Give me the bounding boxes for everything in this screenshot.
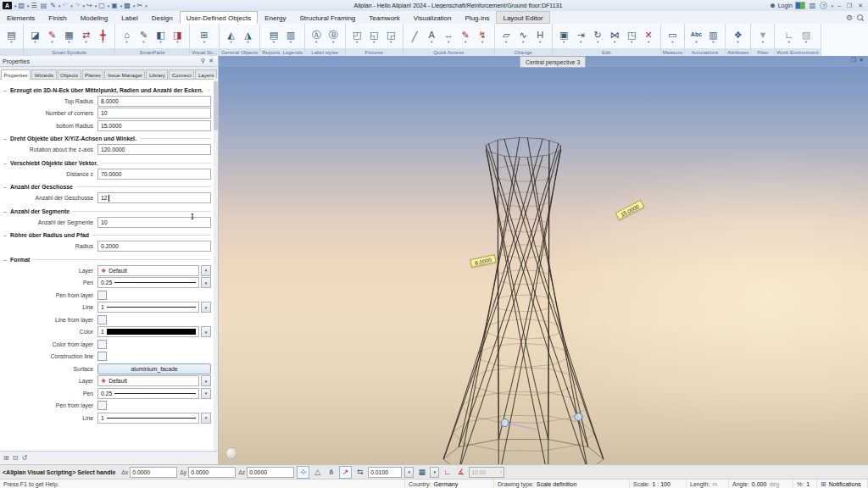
field-input-rotation-about-the-z-axis[interactable]: 120.0000: [97, 144, 211, 155]
polygon-snap-icon[interactable]: △: [312, 467, 323, 478]
viewport-3d[interactable]: Central perspective 3 ❐ ✕ 8.000015.0000: [219, 56, 868, 464]
symbol-axis-icon[interactable]: ╋▾: [95, 30, 111, 44]
symbol-replace-icon[interactable]: ⇄▾: [78, 30, 94, 44]
section-header-r-hre-ber-radius-und-pfad[interactable]: –Röhre über Radius und Pfad: [3, 231, 211, 240]
change-note-icon[interactable]: ▱▾: [498, 30, 515, 44]
line-tool-icon[interactable]: ╱: [407, 31, 423, 42]
step-input[interactable]: 0.0100: [368, 467, 402, 478]
qa-list-icon[interactable]: ☰: [30, 3, 39, 9]
annotation-doc-icon[interactable]: ▥▾: [705, 30, 721, 44]
workspace-grid-icon[interactable]: ▨▾: [798, 30, 814, 44]
menu-tab-modeling[interactable]: Modeling: [74, 11, 114, 24]
flag-icon[interactable]: [795, 2, 805, 9]
change-curve-icon[interactable]: ∿▾: [515, 30, 531, 44]
coord-input-y[interactable]: 0.0000: [188, 467, 236, 478]
restore-button[interactable]: ❐: [845, 3, 854, 9]
symbol-catalog-icon[interactable]: ▦▾: [61, 30, 77, 44]
smartpart-open-icon[interactable]: ⌂▾: [119, 30, 135, 44]
section-header-format[interactable]: –Format: [3, 255, 211, 263]
collapse-icon[interactable]: –: [3, 208, 10, 214]
change-beam-icon[interactable]: H▾: [532, 30, 548, 44]
dropdown-button-line[interactable]: ▾: [201, 413, 211, 424]
coord-input-z[interactable]: 0.0000: [247, 467, 294, 478]
tripod-snap-icon[interactable]: ⋔: [326, 467, 337, 478]
dropdown-button-color[interactable]: ▾: [201, 326, 211, 337]
smart-symbol-icon[interactable]: ◪▾: [27, 30, 43, 44]
nav-sphere-icon[interactable]: [225, 447, 237, 459]
menu-tab-energy[interactable]: Energy: [258, 11, 292, 24]
menu-tab-visualization[interactable]: Visualization: [407, 11, 459, 24]
menu-tab-layout-editor[interactable]: Layout Editor: [496, 11, 549, 24]
panel-apply-icon[interactable]: ⊞: [3, 454, 9, 462]
workspace-axes-icon[interactable]: ∟▾: [781, 30, 797, 44]
prop-tab-wizards[interactable]: Wizards: [31, 69, 56, 79]
text-tool-icon[interactable]: A▾: [424, 30, 440, 44]
legends-icon[interactable]: ▥▾: [282, 30, 298, 44]
edit-rotate-icon[interactable]: ↻▾: [590, 30, 606, 44]
prop-tab-objects[interactable]: Objects: [58, 69, 81, 79]
section-header-anzahl-der-segmente[interactable]: –Anzahl der Segmente: [3, 207, 211, 215]
collapse-icon[interactable]: –: [3, 160, 10, 166]
close-button[interactable]: ✕: [856, 3, 865, 9]
viewport-restore-icon[interactable]: ❐: [851, 57, 856, 64]
symbol-pencil-icon[interactable]: ✎▾: [44, 30, 60, 44]
field-dropdown-pen[interactable]: 0.25: [97, 277, 199, 288]
field-input-distance-z[interactable]: 70.0000: [97, 169, 211, 180]
point-snap-icon[interactable]: ↗: [339, 466, 352, 479]
dropdown-button-layer[interactable]: ▾: [201, 265, 211, 276]
edit-scale-icon[interactable]: ◳▾: [624, 30, 640, 44]
coord-input-x[interactable]: 0.0000: [130, 467, 177, 478]
qa-window-icon[interactable]: ▢: [97, 3, 107, 9]
menu-tab-user-defined-objects[interactable]: User-Defined Objects: [180, 11, 258, 24]
checkbox-construction-line[interactable]: [97, 352, 107, 361]
menu-tab-teamwork[interactable]: Teamwork: [362, 11, 406, 24]
shop-cart-icon[interactable]: ▥: [808, 3, 818, 9]
collapse-icon[interactable]: –: [3, 257, 10, 263]
prop-tab-issue-manager[interactable]: Issue Manager: [104, 69, 145, 79]
section-header-dreht-objekte-ber-x-y-z-achsen[interactable]: –Dreht Objekte über X/Y/Z-Achsen und Win…: [3, 135, 211, 143]
attributes-icon[interactable]: ❖▾: [730, 30, 746, 44]
section-header-erzeugt-ein-3d-n-eck-ber-mitte[interactable]: –Erzeugt ein 3D-N-Eck über Mittelpunkt, …: [3, 86, 211, 94]
status-notifications[interactable]: ⊞Notifications: [817, 480, 868, 488]
collapse-icon[interactable]: –: [3, 232, 10, 238]
viewport-tab[interactable]: Central perspective 3: [520, 56, 586, 68]
general-object-2-icon[interactable]: ◮▾: [240, 30, 256, 44]
handle-mode-icon[interactable]: ⊹: [297, 466, 309, 479]
fixture-1-icon[interactable]: ◰▾: [349, 30, 365, 44]
field-dropdown-line[interactable]: 1: [97, 302, 199, 313]
checkbox-color-from-layer[interactable]: [97, 340, 107, 349]
grid-snap-icon[interactable]: ▦: [416, 467, 427, 478]
surface-button[interactable]: aluminium_facade: [97, 363, 211, 374]
qa-tools-icon[interactable]: ✂: [135, 3, 144, 9]
perpendicular-snap-icon[interactable]: ∡: [455, 467, 466, 478]
edit-mirror-icon[interactable]: ⋈▾: [607, 30, 623, 44]
dropdown-button-line[interactable]: ▾: [201, 302, 211, 313]
dropdown-button-pen[interactable]: ▾: [201, 277, 211, 288]
menu-tab-plug-ins[interactable]: Plug-ins: [459, 11, 497, 24]
help-icon[interactable]: ?: [820, 2, 827, 9]
qa-share-icon[interactable]: ↪: [85, 3, 94, 9]
angle-snap-icon[interactable]: ∟: [442, 467, 453, 478]
prop-tab-properties[interactable]: Properties: [1, 69, 31, 80]
annotation-text-icon[interactable]: Abc▾: [688, 30, 704, 44]
prop-tab-connect[interactable]: Connect: [169, 69, 194, 79]
login-button[interactable]: ☻ Login: [769, 2, 793, 9]
prop-tab-library[interactable]: Library: [146, 69, 168, 79]
label-style-1-icon[interactable]: Ⓐ▾: [309, 30, 325, 44]
section-header-anzahl-der-geschosse[interactable]: –Anzahl der Geschosse: [3, 183, 211, 191]
qa-project-icon[interactable]: ▧: [17, 3, 27, 9]
smartpart-edit-icon[interactable]: ✎▾: [136, 30, 152, 44]
checkbox-pen-from-layer[interactable]: [97, 401, 107, 410]
dropdown-button-layer[interactable]: ▾: [201, 375, 211, 386]
menu-tab-elements[interactable]: Elements: [0, 11, 42, 24]
collapse-icon[interactable]: –: [3, 87, 10, 93]
collapse-icon[interactable]: –: [3, 136, 10, 141]
field-dropdown-layer[interactable]: ❖Default: [97, 265, 199, 276]
field-dropdown-layer[interactable]: ❖Default: [97, 375, 199, 386]
general-object-1-icon[interactable]: ◭▾: [223, 30, 239, 44]
label-style-2-icon[interactable]: Ⓑ▾: [326, 30, 342, 44]
visual-scripting-icon[interactable]: ⊞▾: [196, 30, 212, 44]
spacing-icon[interactable]: ⇆: [354, 467, 365, 478]
field-input-radius[interactable]: 0.2000: [97, 241, 211, 252]
hook-tool-icon[interactable]: ↯▾: [475, 30, 491, 44]
